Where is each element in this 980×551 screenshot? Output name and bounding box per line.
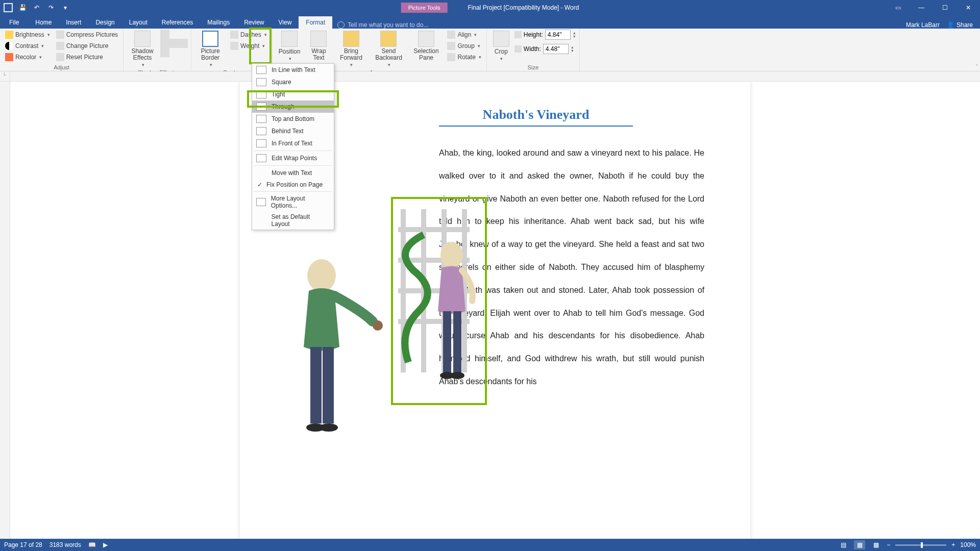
tab-view[interactable]: View (272, 16, 299, 29)
share-button[interactable]: 👤 Share (947, 21, 973, 29)
status-words[interactable]: 3183 words (50, 541, 81, 548)
tell-me-placeholder: Tell me what you want to do... (348, 21, 428, 29)
status-page[interactable]: Page 17 of 28 (4, 541, 42, 548)
document-heading[interactable]: Naboth's Vineyard (439, 107, 633, 127)
tab-design[interactable]: Design (88, 16, 121, 29)
wrap-option-more[interactable]: More Layout Options... (252, 193, 334, 211)
tab-mailings[interactable]: Mailings (200, 16, 237, 29)
wrap-option-setdefault[interactable]: Set as Default Layout (252, 211, 334, 230)
horizontal-ruler[interactable] (10, 71, 980, 82)
tab-review[interactable]: Review (237, 16, 271, 29)
wrap-text-button[interactable]: Wrap Text (305, 30, 332, 68)
selection-pane-button[interactable]: Selection Pane (409, 30, 443, 62)
signed-in-user[interactable]: Mark LaBarr (906, 21, 940, 29)
crop-icon (493, 31, 509, 47)
shadow-nudge-right-icon[interactable] (179, 39, 188, 48)
status-proofing-icon[interactable]: 📖 (88, 541, 96, 548)
inserted-picture-selected[interactable] (393, 199, 485, 403)
picture-border-button[interactable]: Picture Border (194, 30, 226, 68)
ribbon-group-label: Size (490, 63, 576, 71)
ribbon-group-adjust: Brightness Contrast Recolor Compress Pic… (0, 29, 124, 71)
wrap-option-fixpos[interactable]: Fix Position on Page (252, 179, 334, 190)
minimize-icon[interactable]: — (910, 0, 933, 15)
tab-home[interactable]: Home (28, 16, 59, 29)
height-input[interactable] (545, 30, 571, 40)
spin-up-icon[interactable]: ▲ (573, 31, 576, 35)
spin-up-icon[interactable]: ▲ (571, 45, 574, 49)
tab-references[interactable]: References (155, 16, 200, 29)
crop-button[interactable]: Crop (490, 30, 512, 62)
square-icon (256, 78, 266, 86)
wrap-option-topbottom[interactable]: Top and Bottom (252, 113, 334, 125)
tab-insert[interactable]: Insert (59, 16, 88, 29)
tab-format[interactable]: Format (299, 16, 332, 29)
zoom-out-icon[interactable]: − (887, 541, 890, 548)
width-input[interactable] (543, 44, 569, 54)
wrap-option-behind[interactable]: Behind Text (252, 125, 334, 137)
ribbon-display-options-icon[interactable]: ▭ (886, 0, 910, 15)
status-macro-icon[interactable]: ▶ (103, 541, 108, 548)
maximize-icon[interactable]: ☐ (933, 0, 957, 15)
position-button[interactable]: Position (276, 30, 304, 62)
document-scroll-area[interactable]: Naboth's Vineyard Ahab, the king, looked… (10, 82, 980, 539)
redo-icon[interactable]: ↷ (46, 3, 56, 13)
svg-rect-4 (323, 347, 334, 423)
wrap-option-editpoints[interactable]: Edit Wrap Points (252, 152, 334, 164)
tell-me-search[interactable]: Tell me what you want to do... (332, 21, 433, 29)
word-app-icon[interactable] (3, 3, 13, 13)
zoom-slider[interactable] (895, 544, 946, 546)
change-picture-button[interactable]: Change Picture (54, 41, 120, 51)
view-web-layout-icon[interactable]: ▩ (870, 540, 881, 549)
weight-icon (230, 42, 238, 50)
wrap-option-movewith[interactable]: Move with Text (252, 167, 334, 179)
inserted-picture-left[interactable] (179, 235, 413, 449)
tight-icon (256, 90, 266, 98)
zoom-level[interactable]: 100% (960, 541, 976, 548)
rotate-icon (447, 53, 455, 61)
dashes-button[interactable]: Dashes (228, 30, 269, 40)
wrap-option-inline[interactable]: In Line with Text (252, 64, 334, 76)
vertical-ruler[interactable] (0, 82, 10, 539)
shadow-nudge-down-icon[interactable] (160, 48, 169, 57)
bring-forward-button[interactable]: Bring Forward (334, 30, 368, 68)
wrap-option-square[interactable]: Square (252, 76, 334, 88)
align-button[interactable]: Align (445, 30, 483, 40)
view-print-layout-icon[interactable]: ▦ (854, 540, 865, 549)
behind-icon (256, 127, 266, 135)
view-read-mode-icon[interactable]: ▤ (838, 540, 849, 549)
recolor-button[interactable]: Recolor (3, 52, 52, 62)
send-backward-button[interactable]: Send Backward (370, 30, 407, 68)
compress-pictures-button[interactable]: Compress Pictures (54, 30, 120, 40)
group-button[interactable]: Group (445, 41, 483, 51)
wrap-option-through[interactable]: Through (252, 101, 334, 113)
tab-file[interactable]: File (0, 16, 28, 29)
wrap-option-tight[interactable]: Tight (252, 88, 334, 101)
collapse-ribbon-icon[interactable]: ˇ (976, 64, 978, 70)
titlebar: 💾 ↶ ↷ ▾ Picture Tools Final Project [Com… (0, 0, 980, 15)
shadow-effects-button[interactable]: Shadow Effects (127, 30, 158, 68)
spin-down-icon[interactable]: ▼ (571, 49, 574, 53)
dashes-icon (230, 31, 238, 39)
weight-button[interactable]: Weight (228, 41, 269, 51)
height-input-group: Height: ▲▼ (514, 30, 576, 40)
contrast-button[interactable]: Contrast (3, 41, 52, 51)
close-icon[interactable]: ✕ (957, 0, 980, 15)
wrap-option-infront[interactable]: In Front of Text (252, 137, 334, 149)
tab-layout[interactable]: Layout (122, 16, 155, 29)
brightness-button[interactable]: Brightness (3, 30, 52, 40)
contrast-icon (5, 42, 13, 50)
qat-customize-icon[interactable]: ▾ (60, 3, 70, 13)
ribbon-group-size: Crop Height: ▲▼ Width: ▲▼ Size (487, 29, 580, 71)
shadow-nudge-left-icon[interactable] (160, 39, 169, 48)
inline-icon (256, 66, 266, 74)
zoom-in-icon[interactable]: + (951, 541, 955, 548)
save-icon[interactable]: 💾 (17, 3, 28, 13)
undo-icon[interactable]: ↶ (32, 3, 42, 13)
shadow-toggle-icon[interactable] (169, 39, 179, 48)
spin-down-icon[interactable]: ▼ (573, 35, 576, 38)
ruler-corner: L (0, 71, 10, 82)
reset-picture-button[interactable]: Reset Picture (54, 52, 120, 62)
shadow-nudge-up-icon[interactable] (160, 30, 169, 39)
compress-icon (56, 31, 64, 39)
rotate-button[interactable]: Rotate (445, 52, 483, 62)
